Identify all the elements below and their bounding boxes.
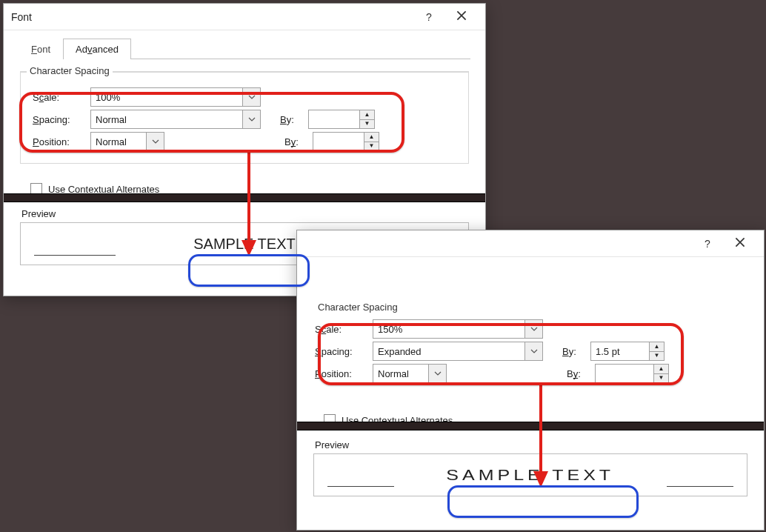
chevron-down-icon[interactable]	[428, 365, 446, 382]
chevron-down-icon[interactable]	[146, 133, 164, 150]
scale-combo[interactable]: 150%	[373, 319, 543, 339]
preview-underline-left	[327, 486, 394, 487]
row-spacing: Spacing: Expanded By: 1.5 pt ▲ ▼	[315, 342, 746, 361]
titlebar: ?	[297, 230, 764, 257]
chevron-down-icon[interactable]	[242, 88, 260, 106]
titlebar: Font ?	[4, 4, 485, 30]
crop-spacer	[297, 257, 764, 306]
dialog-title: Font	[11, 11, 413, 23]
spin-up-icon[interactable]: ▲	[360, 110, 374, 119]
character-spacing-group: Character Spacing Scale: 100% Spacing: N…	[20, 71, 469, 164]
dialog-body: Character Spacing Scale: 150% Spacing: E…	[297, 313, 764, 408]
scale-label: Scale:	[33, 92, 84, 103]
row-spacing: Spacing: Normal By: ▲ ▼	[33, 110, 456, 129]
spacing-by-spinner[interactable]: ▲ ▼	[308, 110, 375, 129]
spin-down-icon[interactable]: ▼	[364, 142, 379, 151]
spin-up-icon[interactable]: ▲	[650, 342, 664, 351]
row-scale: Scale: 150%	[315, 319, 746, 339]
position-by-value	[596, 365, 653, 382]
row-position: Position: Normal By: ▲ ▼	[315, 364, 746, 383]
chevron-down-icon[interactable]	[524, 320, 542, 338]
chevron-down-icon[interactable]	[524, 342, 542, 360]
preview-label: Preview	[315, 439, 747, 450]
preview-underline-left	[34, 255, 116, 256]
position-by-value	[313, 133, 364, 150]
position-combo[interactable]: Normal	[90, 132, 164, 151]
by-label: By:	[284, 136, 307, 147]
group-legend: Character Spacing	[27, 65, 113, 76]
font-dialog-after: ? Character Spacing Scale: 150% Spacing:	[296, 230, 765, 531]
close-icon	[735, 237, 745, 247]
close-button[interactable]	[724, 237, 756, 250]
dialog-body: Character Spacing Scale: 100% Spacing: N…	[4, 59, 485, 177]
preview-sample-text: SAMPLE TEXT	[193, 236, 295, 253]
preview-sample-text: SAMPLE TEXT	[447, 467, 615, 484]
position-value: Normal	[373, 365, 428, 382]
spacing-by-spinner[interactable]: 1.5 pt ▲ ▼	[590, 342, 665, 361]
close-icon	[456, 10, 467, 21]
tab-advanced[interactable]: Advanced	[63, 39, 131, 59]
spacing-by-value	[309, 110, 359, 128]
by-label: By:	[567, 368, 589, 379]
spacing-combo[interactable]: Expanded	[373, 342, 543, 361]
scale-value: 100%	[91, 88, 242, 106]
close-button[interactable]	[445, 10, 478, 23]
row-scale: Scale: 100%	[33, 87, 456, 107]
spacing-by-value: 1.5 pt	[591, 342, 649, 360]
preview-underline-right	[667, 486, 733, 487]
position-value: Normal	[91, 133, 146, 150]
preview-label: Preview	[21, 208, 469, 219]
chevron-down-icon[interactable]	[242, 110, 260, 128]
position-label: Position:	[33, 136, 84, 147]
position-by-spinner[interactable]: ▲ ▼	[313, 132, 379, 151]
group-legend: Character Spacing	[315, 302, 401, 313]
spin-up-icon[interactable]: ▲	[654, 365, 668, 373]
position-combo[interactable]: Normal	[373, 364, 447, 383]
spacing-value: Expanded	[373, 342, 524, 360]
spin-down-icon[interactable]: ▼	[650, 351, 664, 361]
row-position: Position: Normal By: ▲ ▼	[33, 132, 456, 151]
help-button[interactable]: ?	[413, 11, 445, 23]
scale-combo[interactable]: 100%	[90, 87, 261, 107]
preview-box: SAMPLE TEXT	[313, 453, 747, 496]
character-spacing-group: Character Spacing Scale: 150% Spacing: E…	[313, 313, 747, 395]
by-label: By:	[280, 114, 302, 125]
spin-up-icon[interactable]: ▲	[364, 133, 379, 142]
tabs: Font Advanced	[4, 30, 485, 59]
by-label: By:	[562, 346, 585, 357]
scale-value: 150%	[373, 320, 524, 338]
position-by-spinner[interactable]: ▲ ▼	[595, 364, 669, 383]
scale-label: Scale:	[315, 324, 367, 335]
spin-down-icon[interactable]: ▼	[360, 119, 374, 129]
spin-down-icon[interactable]: ▼	[654, 373, 668, 383]
help-button[interactable]: ?	[691, 238, 724, 250]
position-label: Position:	[315, 368, 367, 379]
crop-separator	[4, 193, 485, 202]
spacing-combo[interactable]: Normal	[90, 110, 261, 129]
crop-separator	[297, 422, 764, 430]
spacing-label: Spacing:	[33, 114, 84, 125]
spacing-value: Normal	[91, 110, 242, 128]
spacing-label: Spacing:	[315, 346, 367, 357]
tab-font[interactable]: Font	[19, 39, 63, 59]
